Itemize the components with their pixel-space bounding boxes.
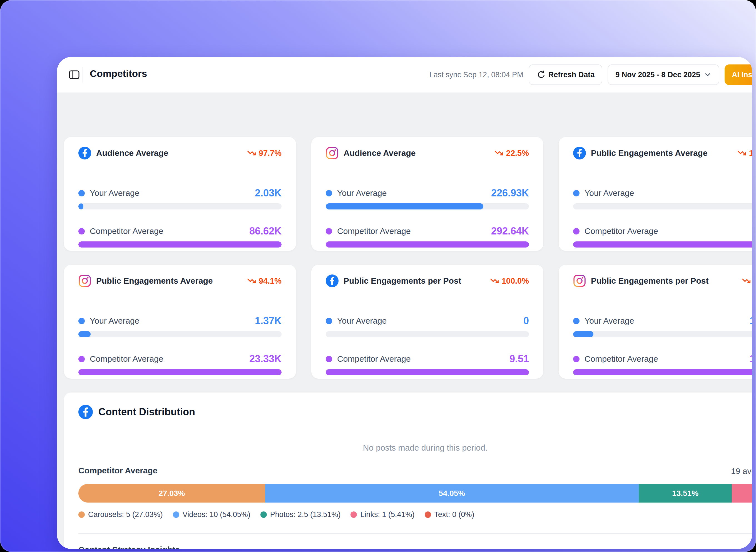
instagram-icon	[79, 274, 91, 287]
distribution-segment-videos: 54.05%	[265, 484, 639, 503]
refresh-data-button[interactable]: Refresh Data	[529, 64, 603, 85]
metric-card: Audience Average 97.7% Your Average 2.03…	[64, 137, 296, 251]
your-average-row: Your Average 0	[326, 315, 529, 327]
trend-value: 100.0%	[749, 149, 752, 158]
section-divider	[79, 533, 752, 534]
segment-percentage: 54.05%	[438, 489, 465, 498]
legend-label: Videos: 10 (54.05%)	[182, 510, 250, 519]
trend-indicator: 100.0%	[490, 276, 529, 286]
segment-percentage: 27.03%	[158, 489, 185, 498]
your-average-label: Your Average	[337, 188, 387, 198]
chevron-down-icon	[704, 71, 712, 79]
legend-item: Videos: 10 (54.05%)	[173, 510, 250, 519]
trend-value: 94.1%	[259, 276, 281, 286]
competitor-average-value: 23.33K	[249, 353, 281, 365]
distribution-segment-photos: 13.51%	[639, 484, 732, 503]
competitor-average-dot	[573, 228, 580, 235]
your-average-row: Your Average 2.03K	[79, 187, 281, 199]
competitor-average-bar-fill	[326, 369, 529, 375]
competitor-average-bar-fill	[79, 369, 281, 375]
competitor-average-bar-fill	[326, 241, 529, 248]
competitor-average-label: Competitor Average	[585, 227, 658, 236]
your-average-bar-fill	[326, 203, 483, 210]
competitor-average-bar-fill	[573, 241, 752, 248]
competitor-average-section: Competitor Average 19 avg	[79, 466, 752, 476]
page-content: Audience Average 97.7% Your Average 2.03…	[57, 93, 752, 549]
legend-label: Links: 1 (5.41%)	[360, 510, 414, 519]
your-average-label: Your Average	[90, 316, 139, 325]
your-average-row: Your Average 1.75K	[573, 315, 752, 327]
distribution-segment-links	[732, 484, 752, 503]
competitor-average-label: Competitor Average	[337, 227, 411, 236]
competitor-average-bar	[573, 241, 752, 248]
content-distribution-header: Content Distribution	[79, 404, 752, 420]
app-window: Competitors Last sync Sep 12, 08:04 PM R…	[57, 57, 752, 549]
page-title: Competitors	[90, 68, 147, 79]
competitor-average-dot	[573, 356, 580, 362]
competitor-average-row: Competitor Average 17.1K	[573, 353, 752, 365]
metric-card: Audience Average 22.5% Your Average 226.…	[311, 137, 543, 251]
legend-dot	[425, 512, 431, 518]
metric-card-title: Public Engagements per Post	[344, 276, 461, 286]
instagram-icon	[573, 274, 586, 287]
trend-down-icon	[247, 149, 256, 157]
panel-left-icon	[68, 68, 80, 81]
your-average-row: Your Average 0	[573, 187, 752, 199]
metric-card: Public Engagements per Post 100.0% Your …	[311, 265, 543, 379]
refresh-icon	[536, 71, 545, 79]
trend-value: 97.7%	[259, 149, 281, 158]
your-average-label: Your Average	[90, 188, 139, 198]
app-header: Competitors Last sync Sep 12, 08:04 PM R…	[57, 57, 752, 93]
competitor-average-bar	[573, 369, 752, 375]
legend-label: Carousels: 5 (27.03%)	[88, 510, 163, 519]
your-average-bar	[573, 203, 752, 210]
competitor-average-row: Competitor Average 23.33K	[79, 353, 281, 365]
your-average-dot	[326, 190, 332, 196]
content-strategy-insights-title: Content Strategy Insights	[79, 545, 752, 549]
trend-indicator: 94.1%	[247, 276, 281, 286]
content-distribution-bar: 27.03% 54.05% 13.51%	[79, 484, 752, 503]
facebook-icon	[79, 147, 91, 159]
your-average-bar-fill	[79, 203, 83, 210]
your-average-dot	[79, 318, 85, 324]
distribution-segment-carousels: 27.03%	[79, 484, 265, 503]
competitor-average-bar	[79, 241, 281, 248]
header-divider	[83, 67, 83, 83]
legend-label: Text: 0 (0%)	[434, 510, 475, 519]
competitor-average-dot	[326, 228, 332, 235]
legend-dot	[79, 512, 85, 518]
competitor-average-value: 292.64K	[491, 225, 529, 237]
your-average-value: 0	[523, 315, 529, 327]
legend-item: Carousels: 5 (27.03%)	[79, 510, 163, 519]
legend-item: Photos: 2.5 (13.51%)	[260, 510, 341, 519]
competitor-average-dot	[79, 356, 85, 362]
competitor-average-dot	[326, 356, 332, 362]
date-range-label: 9 Nov 2025 - 8 Dec 2025	[615, 71, 700, 79]
ai-insights-button[interactable]: AI Insights	[725, 64, 752, 85]
trend-indicator: 90.0%	[742, 276, 752, 286]
your-average-bar	[79, 331, 281, 337]
metric-card-header: Public Engagements per Post 100.0%	[326, 274, 529, 288]
header-actions: Last sync Sep 12, 08:04 PM Refresh Data …	[429, 64, 752, 85]
competitor-average-row: Competitor Average 292.64K	[326, 225, 529, 237]
your-average-bar	[326, 331, 529, 337]
trend-value: 100.0%	[502, 276, 529, 286]
trend-down-icon	[490, 276, 499, 285]
legend-label: Photos: 2.5 (13.51%)	[270, 510, 341, 519]
your-average-bar	[573, 331, 752, 337]
competitor-average-bar-fill	[573, 369, 752, 375]
content-distribution-title: Content Distribution	[98, 406, 195, 418]
competitor-average-value: 17.1K	[750, 353, 752, 365]
your-average-row: Your Average 226.93K	[326, 187, 529, 199]
your-average-value: 2.03K	[255, 187, 281, 199]
competitor-average-bar-fill	[79, 241, 281, 248]
competitor-average-bar	[326, 241, 529, 248]
trend-indicator: 22.5%	[494, 149, 529, 158]
competitor-average-bar	[326, 369, 529, 375]
trend-down-icon	[742, 276, 751, 285]
content-distribution-card: Content Distribution No posts made durin…	[64, 393, 752, 549]
legend-item: Text: 0 (0%)	[425, 510, 475, 519]
metric-card-header: Audience Average 97.7%	[79, 146, 281, 160]
date-range-selector[interactable]: 9 Nov 2025 - 8 Dec 2025	[608, 64, 719, 85]
sidebar-toggle-button[interactable]	[68, 68, 81, 82]
